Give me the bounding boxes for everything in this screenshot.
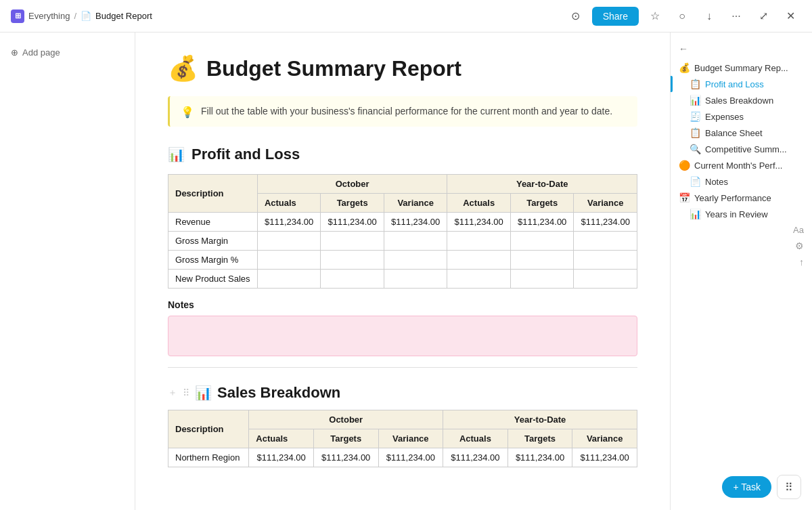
section-divider	[168, 367, 637, 368]
row-ytd-actuals: $111,234.00	[443, 448, 508, 467]
table-row: New Product Sales	[168, 270, 637, 289]
row-desc: Gross Margin %	[168, 251, 258, 270]
sb-col-ytd-targets: Targets	[508, 429, 572, 448]
upload-icon: ↑	[799, 257, 804, 268]
row-oct-variance	[384, 270, 447, 289]
sidebar-item-notes[interactable]: 📄 Notes	[671, 173, 812, 190]
task-button[interactable]: + Task	[722, 476, 771, 498]
sales-breakdown-table: Description October Year-to-Date Actuals…	[168, 410, 637, 467]
sidebar-item-balance-sheet[interactable]: 📋 Balance Sheet	[671, 125, 812, 141]
page-header-icon: 💰	[168, 54, 198, 83]
sidebar-item-icon: 💰	[679, 62, 690, 73]
callout-text: Fill out the table with your business's …	[201, 104, 612, 119]
profit-loss-title: Profit and Loss	[191, 146, 300, 163]
callout-icon: 💡	[181, 106, 194, 119]
sidebar-item-label: Profit and Loss	[705, 79, 804, 89]
table-row: Northern Region $111,234.00 $111,234.00 …	[168, 448, 637, 467]
row-oct-variance	[384, 232, 447, 251]
sidebar-item-icon: 📊	[690, 95, 701, 106]
sidebar-header: ←	[671, 41, 812, 57]
table-row: Gross Margin %	[168, 251, 637, 270]
expand-btn[interactable]: ⤢	[752, 5, 774, 27]
row-ytd-actuals: $111,234.00	[447, 213, 511, 232]
col-october: October	[257, 175, 447, 194]
more-btn[interactable]: ···	[725, 5, 747, 27]
row-oct-actuals: $111,234.00	[249, 448, 314, 467]
drag-handle-icon[interactable]: ⠿	[183, 387, 189, 398]
notes-box[interactable]	[168, 316, 637, 356]
breadcrumb-separator: /	[74, 11, 76, 21]
share-button[interactable]: Share	[592, 7, 639, 26]
font-size-label: Aa	[793, 225, 804, 235]
sb-col-oct-actuals: Actuals	[249, 429, 314, 448]
sb-col-october: October	[249, 410, 443, 429]
sidebar-item-icon: 📅	[679, 192, 690, 203]
sidebar-item-budget-summary[interactable]: 💰 Budget Summary Rep...	[671, 60, 812, 76]
sidebar-item-current-month-perf[interactable]: 🟠 Current Month's Perf...	[671, 157, 812, 173]
row-oct-actuals: $111,234.00	[257, 213, 321, 232]
sidebar-item-icon: 📄	[690, 176, 701, 187]
row-ytd-targets	[510, 232, 574, 251]
sidebar-item-yearly-performance[interactable]: 📅 Yearly Performance	[671, 190, 812, 206]
row-oct-targets	[321, 251, 384, 270]
row-desc: New Product Sales	[168, 270, 258, 289]
row-ytd-variance	[574, 232, 637, 251]
sidebar-item-icon: 📊	[690, 209, 701, 219]
add-page-label: Add page	[22, 47, 60, 58]
sidebar-item-label: Competitive Summ...	[705, 144, 804, 154]
sidebar-item-label: Expenses	[705, 112, 804, 122]
sidebar-item-profit-loss[interactable]: 📋 Profit and Loss	[671, 76, 812, 92]
add-icon[interactable]: ＋	[168, 387, 177, 399]
row-oct-actuals	[257, 251, 321, 270]
sb-col-ytd-variance: Variance	[572, 429, 637, 448]
col-ytd-variance: Variance	[574, 194, 637, 213]
sidebar-item-label: Yearly Performance	[694, 193, 804, 203]
sidebar-item-years-in-review[interactable]: 📊 Years in Review	[671, 206, 812, 222]
sidebar-item-icon: 📋	[690, 79, 701, 89]
col-ytd-targets: Targets	[510, 194, 574, 213]
grid-view-button[interactable]: ⠿	[777, 475, 801, 499]
row-ytd-actuals	[447, 251, 511, 270]
topbar-actions: ⊙ Share ☆ ○ ↓ ··· ⤢ ✕	[565, 5, 801, 27]
sales-breakdown-icon: 📊	[195, 385, 212, 401]
row-ytd-targets	[510, 270, 574, 289]
page-main-title: Budget Summary Report	[206, 56, 461, 81]
table-row: Revenue $111,234.00 $111,234.00 $111,234…	[168, 213, 637, 232]
row-oct-targets	[321, 270, 384, 289]
row-oct-targets: $111,234.00	[321, 213, 384, 232]
col-oct-targets: Targets	[321, 194, 384, 213]
main-layout: ⊕ Add page 💰 Budget Summary Report 💡 Fil…	[0, 33, 812, 510]
col-oct-actuals: Actuals	[257, 194, 321, 213]
sidebar-item-sales-breakdown[interactable]: 📊 Sales Breakdown	[671, 92, 812, 108]
search-btn[interactable]: ○	[671, 5, 693, 27]
row-ytd-targets: $111,234.00	[510, 213, 574, 232]
sidebar-item-competitive-summary[interactable]: 🔍 Competitive Summ...	[671, 141, 812, 157]
sidebar-collapse-btn[interactable]: ←	[679, 43, 688, 54]
row-desc: Northern Region	[168, 448, 249, 467]
sidebar-item-expenses[interactable]: 🧾 Expenses	[671, 108, 812, 125]
star-btn[interactable]: ☆	[644, 5, 666, 27]
sb-col-description: Description	[168, 410, 249, 448]
left-sidebar: ⊕ Add page	[0, 33, 135, 510]
row-oct-targets	[321, 232, 384, 251]
sales-breakdown-actions: ＋ ⠿ 📊 Sales Breakdown	[168, 384, 637, 402]
sidebar-item-icon: 🟠	[679, 160, 690, 171]
sidebar-item-label: Balance Sheet	[705, 128, 804, 138]
sales-breakdown-title: Sales Breakdown	[217, 384, 340, 402]
row-ytd-variance: $111,234.00	[574, 213, 637, 232]
add-page-button[interactable]: ⊕ Add page	[0, 43, 135, 62]
sidebar-item-label: Current Month's Perf...	[694, 161, 804, 171]
content-area: 💰 Budget Summary Report 💡 Fill out the t…	[135, 33, 670, 510]
row-ytd-targets: $111,234.00	[508, 448, 572, 467]
history-btn[interactable]: ⊙	[565, 5, 587, 27]
close-btn[interactable]: ✕	[780, 5, 801, 27]
download-btn[interactable]: ↓	[698, 5, 720, 27]
sb-col-oct-variance: Variance	[378, 429, 443, 448]
sidebar-nav: 💰 Budget Summary Rep... 📋 Profit and Los…	[671, 60, 812, 222]
sidebar-item-label: Notes	[705, 177, 804, 187]
row-ytd-variance: $111,234.00	[572, 448, 637, 467]
page-header: 💰 Budget Summary Report	[168, 54, 637, 83]
profit-loss-header: 📊 Profit and Loss	[168, 146, 637, 163]
row-ytd-actuals	[447, 232, 511, 251]
row-oct-variance: $111,234.00	[378, 448, 443, 467]
